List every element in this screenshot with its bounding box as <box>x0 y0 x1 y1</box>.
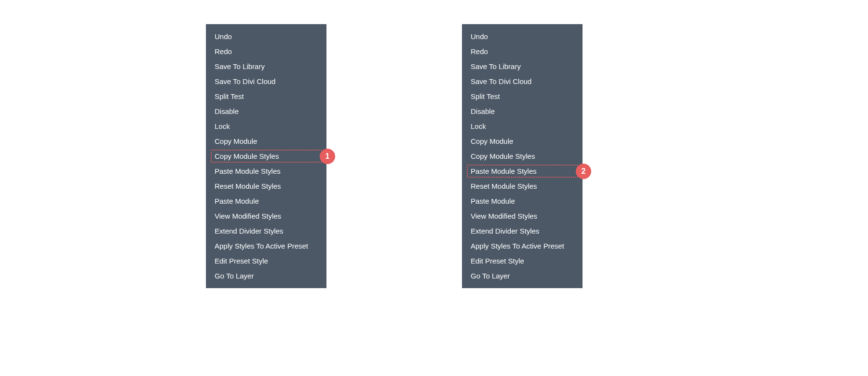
menu-item-label: Paste Module <box>471 197 515 205</box>
menu-item-label: Paste Module Styles <box>471 167 537 175</box>
menu-item-label: Split Test <box>471 92 500 100</box>
menu-item-go-to-layer[interactable]: Go To Layer <box>206 268 326 283</box>
menu-item-label: View Modified Styles <box>471 212 537 220</box>
menu-item-lock[interactable]: Lock <box>462 119 583 134</box>
menu-item-label: Apply Styles To Active Preset <box>471 242 564 250</box>
menu-item-paste-module[interactable]: Paste Module <box>206 194 326 209</box>
menu-item-extend-divider-styles[interactable]: Extend Divider Styles <box>206 223 326 238</box>
menu-item-label: Undo <box>471 32 488 41</box>
menu-item-label: Disable <box>471 107 495 115</box>
menu-item-label: Save To Library <box>471 62 521 70</box>
menu-item-undo[interactable]: Undo <box>206 29 326 44</box>
menu-item-copy-module[interactable]: Copy Module <box>462 134 583 149</box>
menu-item-undo[interactable]: Undo <box>462 29 583 44</box>
menu-item-label: Edit Preset Style <box>215 257 268 265</box>
menu-item-reset-module-styles[interactable]: Reset Module Styles <box>462 179 583 194</box>
menu-item-save-to-divi-cloud[interactable]: Save To Divi Cloud <box>462 74 583 89</box>
menu-item-label: Extend Divider Styles <box>215 227 284 235</box>
menu-item-label: Save To Divi Cloud <box>471 77 531 85</box>
menu-item-label: Lock <box>471 122 486 130</box>
menu-item-copy-module-styles[interactable]: Copy Module Styles <box>462 149 583 164</box>
menu-item-label: Edit Preset Style <box>471 257 524 265</box>
menu-item-label: Lock <box>215 122 230 130</box>
menu-item-apply-styles-to-active-preset[interactable]: Apply Styles To Active Preset <box>206 238 326 253</box>
menu-item-lock[interactable]: Lock <box>206 119 326 134</box>
menu-item-label: Save To Library <box>215 62 265 70</box>
menu-item-copy-module-styles[interactable]: Copy Module Styles 1 <box>206 149 326 164</box>
menu-item-apply-styles-to-active-preset[interactable]: Apply Styles To Active Preset <box>462 238 583 253</box>
menu-item-label: Disable <box>215 107 239 115</box>
menu-item-label: Copy Module Styles <box>471 152 535 160</box>
menu-item-copy-module[interactable]: Copy Module <box>206 134 326 149</box>
menu-item-label: Undo <box>215 32 232 41</box>
menu-item-label: Paste Module Styles <box>215 167 281 175</box>
menu-item-paste-module[interactable]: Paste Module <box>462 194 583 209</box>
menu-item-label: Copy Module <box>215 137 257 145</box>
menu-item-redo[interactable]: Redo <box>206 44 326 59</box>
context-menu-right: Undo Redo Save To Library Save To Divi C… <box>462 24 583 288</box>
menu-item-label: View Modified Styles <box>215 212 281 220</box>
menu-item-split-test[interactable]: Split Test <box>462 89 583 104</box>
menu-item-label: Reset Module Styles <box>215 182 281 190</box>
menu-item-disable[interactable]: Disable <box>206 104 326 119</box>
menu-item-label: Split Test <box>215 92 244 100</box>
menu-item-reset-module-styles[interactable]: Reset Module Styles <box>206 179 326 194</box>
menu-item-paste-module-styles[interactable]: Paste Module Styles 2 <box>462 164 583 179</box>
menu-item-label: Paste Module <box>215 197 259 205</box>
menu-item-save-to-divi-cloud[interactable]: Save To Divi Cloud <box>206 74 326 89</box>
menu-item-redo[interactable]: Redo <box>462 44 583 59</box>
menu-item-label: Save To Divi Cloud <box>215 77 275 85</box>
menu-item-view-modified-styles[interactable]: View Modified Styles <box>462 209 583 223</box>
menu-item-extend-divider-styles[interactable]: Extend Divider Styles <box>462 223 583 238</box>
menu-item-paste-module-styles[interactable]: Paste Module Styles <box>206 164 326 179</box>
context-menu-left: Undo Redo Save To Library Save To Divi C… <box>206 24 326 288</box>
menu-item-label: Copy Module Styles <box>215 152 279 160</box>
menu-item-save-to-library[interactable]: Save To Library <box>462 59 583 74</box>
menu-item-label: Go To Layer <box>471 272 510 280</box>
menu-item-label: Go To Layer <box>215 272 254 280</box>
menu-item-edit-preset-style[interactable]: Edit Preset Style <box>206 253 326 268</box>
annotation-badge: 1 <box>320 149 335 164</box>
menu-item-edit-preset-style[interactable]: Edit Preset Style <box>462 253 583 268</box>
menu-item-label: Reset Module Styles <box>471 182 537 190</box>
menu-item-label: Redo <box>215 47 232 56</box>
badge-number: 2 <box>582 167 586 176</box>
menu-item-go-to-layer[interactable]: Go To Layer <box>462 268 583 283</box>
menu-item-label: Redo <box>471 47 488 56</box>
menu-item-label: Apply Styles To Active Preset <box>215 242 308 250</box>
menu-item-label: Copy Module <box>471 137 513 145</box>
menu-item-label: Extend Divider Styles <box>471 227 540 235</box>
menu-item-save-to-library[interactable]: Save To Library <box>206 59 326 74</box>
menu-item-view-modified-styles[interactable]: View Modified Styles <box>206 209 326 223</box>
annotation-badge: 2 <box>576 164 591 179</box>
menu-item-disable[interactable]: Disable <box>462 104 583 119</box>
menu-item-split-test[interactable]: Split Test <box>206 89 326 104</box>
badge-number: 1 <box>326 152 330 161</box>
